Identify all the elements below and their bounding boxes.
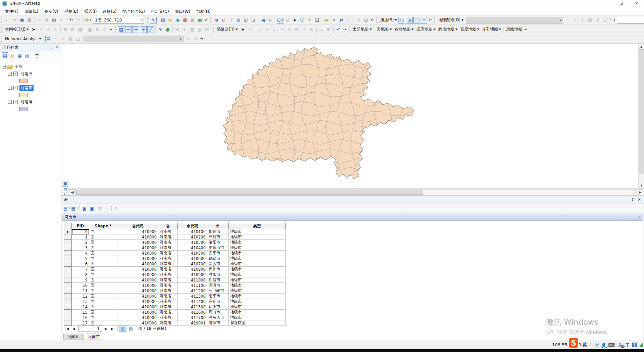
toolbar-grip[interactable] <box>1 27 3 33</box>
delete-icon[interactable]: ✕ <box>58 17 65 24</box>
toolbar-grip[interactable] <box>147 17 149 23</box>
basemap-google-menu[interactable]: 谷歌地图▼ <box>393 26 415 33</box>
create-network-location-icon[interactable]: ✛ <box>53 36 59 42</box>
table-cell[interactable]: 410100 <box>178 229 207 234</box>
table-cell[interactable]: 6 <box>72 261 89 267</box>
table-cell[interactable]: 河南省 <box>158 288 178 294</box>
ime-apostrophe-icon[interactable]: ’ <box>590 342 591 348</box>
select-network-location-icon[interactable]: ⌖ <box>60 36 67 42</box>
row-selector[interactable] <box>64 261 72 267</box>
table-cell[interactable]: 13 <box>72 299 89 304</box>
table-cell[interactable]: 411400 <box>178 299 207 304</box>
table-cell[interactable]: 河南省 <box>158 229 178 234</box>
sketch-tool-icon[interactable]: ▧ <box>118 26 124 33</box>
close-icon[interactable]: ✕ <box>54 45 60 50</box>
minimize-button[interactable]: — <box>599 0 614 7</box>
table-cell[interactable]: 411300 <box>178 294 207 299</box>
adjust-preview-icon[interactable]: ⊹ <box>101 26 108 33</box>
layer-visibility-checkbox[interactable]: ✓ <box>13 100 18 104</box>
show-all-records-icon[interactable]: ▤ <box>119 325 126 332</box>
table-cell[interactable]: 面 <box>89 240 117 245</box>
table-cell[interactable]: 4 <box>72 251 89 256</box>
hyperlink-icon[interactable]: ↯ <box>306 17 313 24</box>
arctoolbox-window-icon[interactable]: ▦ <box>182 17 189 24</box>
table-cell[interactable]: 11 <box>72 288 89 294</box>
rotate-raster-icon[interactable]: ↻▾ <box>609 17 615 24</box>
table-cell[interactable]: 地级市 <box>229 299 286 304</box>
build-network-icon[interactable]: ▦ <box>67 36 74 42</box>
table-cell[interactable]: 面 <box>89 299 117 304</box>
row-selector[interactable] <box>64 283 72 288</box>
pan-icon[interactable]: ✛ <box>228 17 234 24</box>
split-tool-icon[interactable]: ⊕ <box>308 26 315 33</box>
layout-view-icon[interactable]: ▤ <box>62 186 68 192</box>
table-cell[interactable]: 河南省 <box>158 261 178 267</box>
data-view-icon[interactable]: ▣ <box>62 181 68 186</box>
clip-tool-icon[interactable]: ⊞ <box>204 26 210 33</box>
network-analyst-window-icon[interactable]: ▤ <box>45 36 52 42</box>
toc-layer-1[interactable]: −✓河南县 <box>2 70 61 77</box>
table-cell[interactable]: 地级市 <box>229 245 286 251</box>
search-window-icon[interactable]: ◉ <box>174 17 181 24</box>
table-cell[interactable]: 410000 <box>117 234 158 240</box>
table-cell[interactable]: 濮阳市 <box>207 272 229 277</box>
table-cell[interactable]: 地级市 <box>229 272 286 277</box>
trace-tool-icon[interactable]: ⋈ <box>174 26 181 33</box>
table-cell[interactable]: 河南省 <box>158 299 178 304</box>
layer-symbol-swatch[interactable] <box>19 107 28 111</box>
layer-symbol-swatch[interactable] <box>19 79 28 83</box>
network-directions-icon[interactable]: ❏ <box>75 36 82 42</box>
georeferencing-layer-combo[interactable]: ▾ <box>466 17 563 24</box>
layer-name[interactable]: 河南省 <box>19 99 34 105</box>
microphone-icon[interactable] <box>602 343 605 347</box>
table-cell[interactable]: 411600 <box>178 310 207 315</box>
table-cell[interactable]: 面 <box>89 256 117 261</box>
table-cell[interactable]: 平顶山市 <box>207 245 229 251</box>
zoom-out-icon[interactable]: ⊖ <box>220 17 227 24</box>
multiple-links-icon[interactable]: ◇ <box>52 26 59 33</box>
straight-segment-icon[interactable]: ╱ <box>257 26 263 33</box>
table-cell[interactable]: 地级市 <box>229 294 286 299</box>
table-cell[interactable]: 信阳市 <box>207 304 229 310</box>
pin-icon[interactable]: ↧ <box>48 45 54 50</box>
go-to-xy-icon[interactable]: ⊹ <box>345 17 352 24</box>
close-icon[interactable]: ✕ <box>638 215 641 219</box>
table-cell[interactable]: 10 <box>72 283 89 288</box>
table-cell[interactable]: 410000 <box>117 315 158 320</box>
menu-f[interactable]: 文件(F) <box>2 7 21 15</box>
row-selector[interactable]: ▶ <box>64 229 72 234</box>
table-cell[interactable]: 410000 <box>117 299 158 304</box>
print-icon[interactable]: ▤ <box>26 17 33 24</box>
table-cell[interactable]: 面 <box>89 304 117 310</box>
next-record-button[interactable]: ▶ <box>103 325 109 332</box>
endpoint-arc-tool-icon[interactable]: ● <box>164 26 171 33</box>
table-cell[interactable]: 面 <box>89 288 117 294</box>
toc-layer-3[interactable]: −✓河南省 <box>2 98 61 105</box>
time-slider-icon[interactable]: ◔ <box>355 17 362 24</box>
show-selected-records-icon[interactable]: ▤ <box>127 325 135 332</box>
end-snapping-icon[interactable]: ⊞ <box>406 17 413 24</box>
toolbar-grip[interactable] <box>1 17 3 23</box>
pin-icon[interactable]: ↧ <box>630 197 635 202</box>
link-table-icon[interactable]: ▦ <box>587 17 593 24</box>
point-snapping-icon[interactable]: ○ <box>398 17 405 24</box>
html-popup-icon[interactable]: ❏ <box>314 17 320 24</box>
ime-language-icon[interactable]: 英 <box>582 342 587 348</box>
table-cell[interactable]: 地级市 <box>229 267 286 272</box>
list-by-source-icon[interactable]: ▥ <box>9 52 16 59</box>
table-row[interactable]: 1面410000河南省410200开封市地级市 <box>64 234 286 240</box>
table-cell[interactable]: 地级市 <box>229 251 286 256</box>
table-row[interactable]: ▶0面410000河南省410100郑州市地级市 <box>64 229 286 234</box>
table-cell[interactable]: 地级市 <box>229 283 286 288</box>
table-cell[interactable]: 410800 <box>178 267 207 272</box>
sketch-properties-icon[interactable]: ⊞ <box>325 26 332 33</box>
column-header[interactable]: 省 <box>158 223 178 229</box>
table-cell[interactable]: 410000 <box>117 240 158 245</box>
table-cell[interactable]: 410500 <box>178 251 207 256</box>
keyboard-icon[interactable]: ⌨ <box>608 342 615 348</box>
table-cell[interactable]: 410700 <box>178 261 207 267</box>
record-number-input[interactable]: 1 <box>78 325 102 332</box>
table-cell[interactable]: 河南省 <box>158 234 178 240</box>
toolbar-grip[interactable] <box>213 27 214 33</box>
union-tool-icon[interactable]: ▤ <box>196 26 203 33</box>
